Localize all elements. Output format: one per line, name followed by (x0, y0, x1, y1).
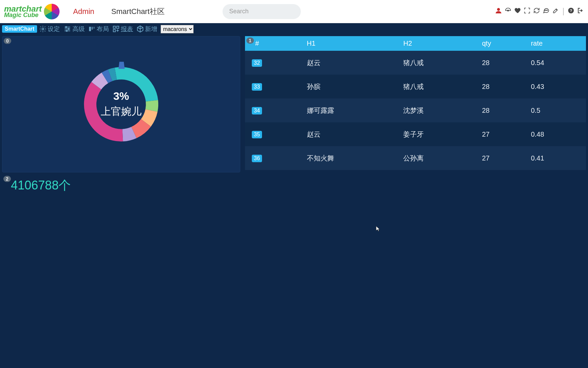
heart-icon[interactable] (514, 7, 521, 16)
panel-table[interactable]: 1 #H1H2qtyrate 32赵云猪八戒280.5433孙膑猪八戒280.4… (245, 36, 586, 172)
donut-percent: 3% (101, 90, 142, 103)
table-row[interactable]: 32赵云猪八戒280.54 (245, 51, 586, 75)
svg-rect-20 (117, 26, 119, 28)
counter-number: 4106788 (11, 178, 59, 192)
table-cell: 公孙离 (398, 146, 477, 170)
fullscreen-icon[interactable] (524, 7, 530, 16)
logo[interactable]: martchart Magic Cube (4, 4, 60, 19)
gear-icon (39, 25, 47, 33)
svg-point-9 (42, 28, 44, 30)
svg-rect-21 (113, 30, 115, 32)
table-cell: 33 (245, 75, 302, 98)
row-index-badge: 35 (252, 131, 262, 138)
table-header-row: #H1H2qtyrate (245, 36, 586, 51)
svg-rect-16 (89, 27, 91, 31)
search-box[interactable] (223, 4, 301, 19)
toolbar-layout[interactable]: 布局 (87, 25, 110, 33)
table-header-cell[interactable]: # (245, 36, 302, 51)
dashboard-area: 0 3% 上官婉儿 1 #H1H2qtyrate 32赵云猪八戒280.5433… (0, 35, 588, 368)
nav-admin[interactable]: Admin (73, 7, 94, 16)
svg-point-6 (547, 10, 548, 11)
user-icon[interactable] (495, 7, 502, 16)
refresh-icon[interactable] (533, 7, 540, 16)
row-index-badge: 33 (252, 83, 262, 91)
table-cell: 不知火舞 (302, 146, 399, 170)
toolbar-layout-label: 布局 (97, 25, 109, 33)
search-input[interactable] (229, 8, 308, 15)
svg-rect-19 (113, 26, 115, 28)
svg-text:?: ? (570, 8, 572, 13)
donut-chart[interactable]: 3% 上官婉儿 (2, 36, 240, 172)
table-row[interactable]: 35赵云姜子牙270.48 (245, 122, 586, 146)
table-header-cell[interactable]: H1 (302, 36, 399, 51)
table-cell: 孙膑 (302, 75, 399, 98)
chat-icon[interactable] (543, 7, 550, 16)
layout-icon (88, 25, 96, 33)
panel-counter[interactable]: 2 4106788个 (2, 174, 586, 197)
table-cell: 36 (245, 146, 302, 170)
table-cell: 猪八戒 (398, 51, 477, 75)
toolbar-report-label: 报表 (121, 25, 133, 33)
table-header-cell[interactable]: H2 (398, 36, 477, 51)
svg-point-4 (545, 10, 545, 11)
svg-point-13 (66, 27, 67, 28)
svg-point-5 (546, 10, 546, 11)
donut-label: 上官婉儿 (101, 105, 142, 119)
table-cell: 35 (245, 122, 302, 146)
table-cell: 0.41 (526, 146, 586, 170)
top-header: martchart Magic Cube Admin SmartChart社区 (0, 0, 588, 23)
sliders-icon (63, 25, 71, 33)
table-cell: 沈梦溪 (398, 98, 477, 122)
toolbar-advanced-label: 高级 (72, 25, 85, 33)
table-cell: 猪八戒 (398, 75, 477, 98)
toolbar-brand-badge[interactable]: SmartChart (2, 25, 37, 33)
toolbar: SmartChart 设定 高级 布局 报表 新增 macarons (0, 23, 588, 35)
table-header-cell[interactable]: qty (477, 36, 526, 51)
svg-point-3 (507, 10, 508, 11)
table-cell: 0.48 (526, 122, 586, 146)
theme-select[interactable]: macarons (161, 25, 194, 33)
logout-icon[interactable] (577, 7, 584, 16)
table-row[interactable]: 36不知火舞公孙离270.41 (245, 146, 586, 170)
donut-slice-exploded[interactable] (118, 62, 125, 69)
table-cell: 娜可露露 (302, 98, 399, 122)
row-index-badge: 34 (252, 107, 262, 114)
toolbar-add[interactable]: 新增 (135, 25, 159, 33)
table-body: 32赵云猪八戒280.5433孙膑猪八戒280.4334娜可露露沈梦溪280.5… (245, 51, 586, 170)
table-cell: 28 (477, 75, 526, 98)
toolbar-settings[interactable]: 设定 (38, 25, 61, 33)
table-cell: 27 (477, 146, 526, 170)
grid-icon (112, 25, 120, 33)
nav-community[interactable]: SmartChart社区 (111, 6, 164, 17)
table-row[interactable]: 34娜可露露沈梦溪280.5 (245, 98, 586, 122)
counter-value: 4106788个 (2, 174, 586, 197)
panel-index-1: 1 (246, 37, 254, 44)
table-cell: 28 (477, 51, 526, 75)
table-cell: 28 (477, 98, 526, 122)
svg-rect-17 (92, 27, 93, 30)
row-index-badge: 36 (252, 155, 262, 162)
toolbar-report[interactable]: 报表 (111, 25, 134, 33)
table-cell: 27 (477, 122, 526, 146)
table-cell: 赵云 (302, 51, 399, 75)
dashboard-icon[interactable] (505, 7, 511, 16)
logo-text: martchart Magic Cube (4, 5, 42, 18)
panel-donut[interactable]: 0 3% 上官婉儿 (2, 36, 240, 172)
panel-index-0: 0 (4, 38, 11, 44)
svg-point-2 (497, 8, 500, 11)
svg-rect-18 (94, 27, 95, 29)
table-row[interactable]: 33孙膑猪八戒280.43 (245, 75, 586, 98)
edit-icon[interactable] (552, 7, 559, 16)
data-table: #H1H2qtyrate 32赵云猪八戒280.5433孙膑猪八戒280.433… (245, 36, 586, 170)
toolbar-advanced[interactable]: 高级 (62, 25, 86, 33)
row-2: 2 4106788个 (2, 174, 586, 197)
table-cell: 姜子牙 (398, 122, 477, 146)
table-header-cell[interactable]: rate (526, 36, 586, 51)
panel-index-2: 2 (3, 176, 11, 182)
table-cell: 34 (245, 98, 302, 122)
cube-icon (136, 25, 144, 33)
help-icon[interactable]: ? (568, 7, 574, 16)
logo-ball-icon (44, 4, 60, 19)
table-cell: 赵云 (302, 122, 399, 146)
row-1: 0 3% 上官婉儿 1 #H1H2qtyrate 32赵云猪八戒280.5433… (2, 36, 586, 172)
